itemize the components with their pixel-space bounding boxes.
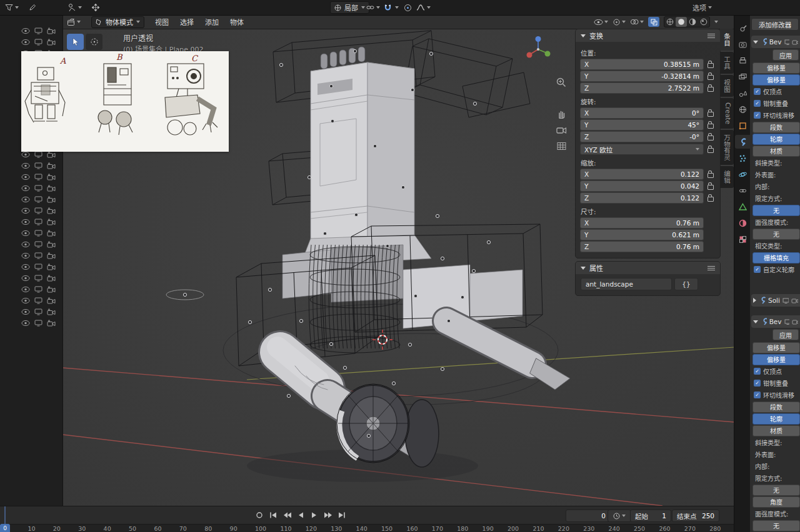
- ruler-frame-number[interactable]: 120: [306, 525, 317, 532]
- number-field-z[interactable]: Z0.122: [580, 192, 704, 204]
- visibility-eye-icon[interactable]: [21, 286, 30, 293]
- outliner-restriction-row[interactable]: [21, 317, 56, 328]
- lock-icon[interactable]: [706, 120, 716, 130]
- annotate-tool-icon[interactable]: [29, 2, 36, 13]
- outliner-restriction-row[interactable]: [21, 25, 56, 36]
- outliner-restriction-row[interactable]: [21, 295, 56, 306]
- visibility-dropdown[interactable]: [594, 19, 608, 26]
- ruler-frame-number[interactable]: 70: [179, 525, 187, 532]
- outliner-restriction-row[interactable]: [21, 227, 56, 239]
- outliner-restriction-row[interactable]: [21, 36, 56, 47]
- modifier-button[interactable]: 轮廓: [752, 134, 800, 145]
- apply-modifier-button[interactable]: 应用: [772, 329, 799, 340]
- viewport-disable-monitor-icon[interactable]: [34, 241, 42, 248]
- sidebar-tab-4[interactable]: Create: [720, 98, 734, 129]
- number-field-y[interactable]: Y45°: [580, 119, 704, 131]
- material-tab-icon[interactable]: [735, 216, 750, 230]
- modifier-header[interactable]: Bev: [751, 36, 800, 48]
- number-field-z[interactable]: Z0.76 m: [580, 241, 704, 252]
- scene-tab-icon[interactable]: [735, 86, 750, 100]
- timeline-ruler[interactable]: 0102030405060708090100110120130140150160…: [0, 524, 734, 532]
- viewport-disable-monitor-icon[interactable]: [34, 252, 42, 259]
- number-field-x[interactable]: X0.76 m: [580, 217, 704, 229]
- sidebar-tab-5[interactable]: 万物有灵: [720, 130, 734, 165]
- ruler-frame-number[interactable]: 80: [204, 525, 212, 532]
- snap-caret[interactable]: [395, 2, 399, 13]
- viewport-disable-monitor-icon[interactable]: [34, 219, 42, 225]
- outliner-restriction-row[interactable]: [21, 205, 56, 216]
- number-field-y[interactable]: Y0.621 m: [580, 229, 704, 240]
- current-frame-marker[interactable]: 0: [0, 524, 10, 532]
- outliner-restriction-row[interactable]: [21, 283, 56, 295]
- texture-tab-icon[interactable]: [735, 232, 750, 246]
- viewport-disable-monitor-icon[interactable]: [34, 207, 42, 214]
- shading-material-icon[interactable]: [687, 17, 698, 27]
- panel-menu-icon[interactable]: [708, 34, 715, 38]
- tool-tab-icon[interactable]: [735, 21, 750, 35]
- visibility-eye-icon[interactable]: [21, 207, 30, 214]
- jump-to-end-button[interactable]: [336, 510, 348, 521]
- sidebar-tab-2[interactable]: 工具: [720, 52, 734, 74]
- checkbox[interactable]: ✓: [754, 88, 761, 95]
- ruler-frame-number[interactable]: 20: [53, 525, 61, 532]
- ruler-frame-number[interactable]: 40: [104, 525, 111, 532]
- lock-icon[interactable]: [706, 181, 716, 191]
- ruler-frame-number[interactable]: 270: [684, 525, 696, 532]
- next-keyframe-button[interactable]: [322, 510, 334, 521]
- modifier-button[interactable]: 偏移量: [752, 62, 800, 74]
- render-camera-icon[interactable]: [47, 207, 56, 214]
- ruler-frame-number[interactable]: 250: [634, 525, 645, 532]
- render-camera-icon[interactable]: [47, 308, 56, 315]
- modifier-button[interactable]: 无: [752, 520, 800, 531]
- visibility-eye-icon[interactable]: [21, 39, 30, 46]
- sidebar-tab-3[interactable]: 视图: [720, 75, 734, 97]
- viewlayer-tab-icon[interactable]: [735, 70, 750, 84]
- editor-type-selector[interactable]: [62, 15, 86, 29]
- options-dropdown[interactable]: 选项: [692, 2, 712, 13]
- render-camera-icon[interactable]: [47, 275, 56, 282]
- orientation-dropdown[interactable]: 局部: [330, 2, 369, 13]
- render-camera-icon[interactable]: [47, 320, 56, 327]
- outliner-restriction-row[interactable]: [21, 306, 56, 317]
- viewport-disable-monitor-icon[interactable]: [34, 196, 42, 203]
- modifier-button[interactable]: 偏移量: [752, 354, 800, 365]
- current-frame-field[interactable]: 0: [566, 510, 611, 522]
- render-camera-icon[interactable]: [47, 196, 56, 203]
- monitor-icon[interactable]: [784, 319, 790, 325]
- visibility-eye-icon[interactable]: [21, 196, 30, 203]
- filter-dropdown[interactable]: [5, 2, 19, 13]
- viewport-disable-monitor-icon[interactable]: [34, 174, 42, 180]
- render-camera-icon[interactable]: [47, 185, 56, 192]
- modifier-checkbox-row[interactable]: ✓仅顶点: [750, 86, 800, 97]
- sidebar-tab-1[interactable]: 条目: [720, 29, 734, 51]
- render-tab-icon[interactable]: [735, 37, 750, 51]
- visibility-eye-icon[interactable]: [21, 252, 30, 259]
- ruler-frame-number[interactable]: 160: [406, 525, 418, 532]
- modifier-checkbox-row[interactable]: ✓环切线滑移: [750, 109, 800, 121]
- outliner-restriction-row[interactable]: [21, 171, 56, 182]
- modifier-header[interactable]: Soli: [751, 294, 800, 307]
- gizmo-dropdown[interactable]: [612, 18, 626, 26]
- lock-icon[interactable]: [706, 108, 716, 118]
- ruler-frame-number[interactable]: 100: [255, 525, 266, 532]
- pan-button[interactable]: [554, 106, 569, 121]
- ruler-frame-number[interactable]: 220: [558, 525, 569, 532]
- ruler-frame-number[interactable]: 10: [28, 525, 35, 532]
- viewport-disable-monitor-icon[interactable]: [34, 264, 42, 270]
- number-field-x[interactable]: X0.38515 m: [580, 59, 704, 70]
- rotation-mode-dropdown[interactable]: XYZ 欧拉: [580, 144, 704, 155]
- checkbox[interactable]: ✓: [754, 112, 761, 119]
- lock-icon[interactable]: [706, 59, 716, 69]
- modifier-tab-icon[interactable]: [735, 135, 750, 149]
- transform-panel-header[interactable]: 变换: [576, 29, 720, 42]
- render-camera-icon[interactable]: [47, 241, 56, 248]
- visibility-eye-icon[interactable]: [21, 320, 30, 327]
- previous-keyframe-button[interactable]: [281, 510, 293, 521]
- visibility-eye-icon[interactable]: [21, 162, 30, 169]
- ruler-frame-number[interactable]: 140: [356, 525, 368, 532]
- render-camera-icon[interactable]: [47, 297, 56, 304]
- collapse-triangle-icon[interactable]: [753, 298, 756, 303]
- mode-dropdown[interactable]: 物体模式: [91, 16, 144, 28]
- render-toggle-camera-icon[interactable]: [792, 39, 798, 45]
- ruler-frame-number[interactable]: 260: [659, 525, 670, 532]
